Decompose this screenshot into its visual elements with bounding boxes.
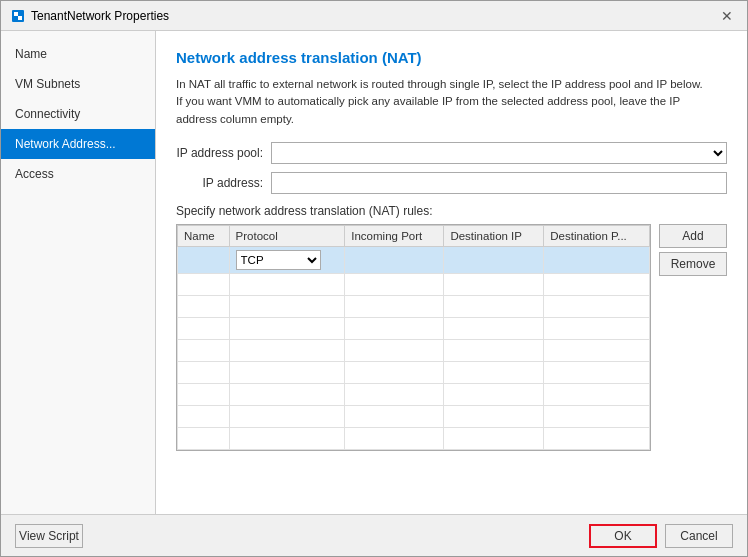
ok-button[interactable]: OK [589,524,657,548]
nat-table-body: TCP UDP [178,246,650,449]
col-name: Name [178,225,230,246]
main-content: Name VM Subnets Connectivity Network Add… [1,31,747,514]
table-row [178,427,650,449]
col-incoming-port: Incoming Port [345,225,444,246]
table-row [178,295,650,317]
cancel-button[interactable]: Cancel [665,524,733,548]
content-area: Network address translation (NAT) In NAT… [156,31,747,514]
side-buttons: Add Remove [659,224,727,451]
window-title: TenantNetwork Properties [31,9,169,23]
cell-incoming-port [345,246,444,273]
svg-rect-2 [18,16,22,20]
section-title: Network address translation (NAT) [176,49,727,66]
cell-destination-p [544,246,650,273]
cell-destination-ip [444,246,544,273]
ip-pool-select[interactable] [271,142,727,164]
table-row [178,383,650,405]
title-bar: TenantNetwork Properties ✕ [1,1,747,31]
ip-pool-label: IP address pool: [176,146,271,160]
add-button[interactable]: Add [659,224,727,248]
ip-address-label: IP address: [176,176,271,190]
nat-rules-label: Specify network address translation (NAT… [176,204,727,218]
footer-right: OK Cancel [589,524,733,548]
close-icon[interactable]: ✕ [717,6,737,26]
title-bar-left: TenantNetwork Properties [11,9,169,23]
table-row [178,405,650,427]
remove-button[interactable]: Remove [659,252,727,276]
description: In NAT all traffic to external network i… [176,76,727,128]
col-protocol: Protocol [229,225,345,246]
sidebar-item-name[interactable]: Name [1,39,155,69]
main-window: TenantNetwork Properties ✕ Name VM Subne… [0,0,748,557]
table-row [178,339,650,361]
ip-pool-row: IP address pool: [176,142,727,164]
nat-table: Name Protocol Incoming Port Destination … [177,225,650,450]
sidebar-item-access[interactable]: Access [1,159,155,189]
table-row [178,361,650,383]
sidebar: Name VM Subnets Connectivity Network Add… [1,31,156,514]
table-row [178,273,650,295]
sidebar-item-network-address[interactable]: Network Address... [1,129,155,159]
cell-protocol: TCP UDP [229,246,345,273]
protocol-select[interactable]: TCP UDP [236,250,321,270]
sidebar-item-vm-subnets[interactable]: VM Subnets [1,69,155,99]
nat-rules-container: Name Protocol Incoming Port Destination … [176,224,727,451]
nat-table-wrapper: Name Protocol Incoming Port Destination … [176,224,651,451]
svg-rect-1 [14,12,18,16]
view-script-button[interactable]: View Script [15,524,83,548]
cell-name [178,246,230,273]
sidebar-item-connectivity[interactable]: Connectivity [1,99,155,129]
footer: View Script OK Cancel [1,514,747,556]
col-destination-ip: Destination IP [444,225,544,246]
table-row[interactable]: TCP UDP [178,246,650,273]
table-row [178,317,650,339]
window-icon [11,9,25,23]
col-destination-p: Destination P... [544,225,650,246]
ip-address-row: IP address: [176,172,727,194]
ip-address-input[interactable] [271,172,727,194]
